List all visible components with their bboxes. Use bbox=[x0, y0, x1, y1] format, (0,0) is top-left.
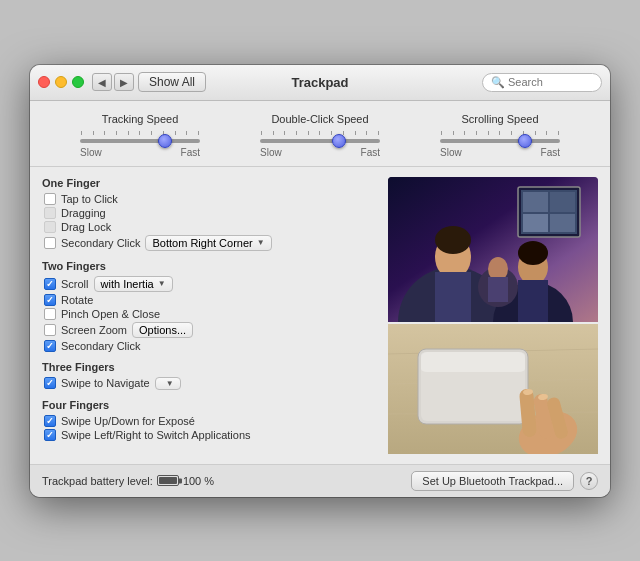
scrolling-speed-label: Scrolling Speed bbox=[461, 113, 538, 125]
minimize-button[interactable] bbox=[55, 76, 67, 88]
sliders-section: Tracking Speed Slow Fast Double-Click Sp… bbox=[30, 101, 610, 167]
forward-button[interactable]: ▶ bbox=[114, 73, 134, 91]
rotate-row: Rotate bbox=[42, 293, 378, 307]
three-finger-header: Three Fingers bbox=[42, 361, 378, 373]
swipe-navigate-row: Swipe to Navigate ▼ bbox=[42, 376, 378, 391]
double-click-track[interactable]: Slow Fast bbox=[260, 131, 380, 158]
secondary-click-row: Secondary Click Bottom Right Corner ▼ bbox=[42, 234, 378, 252]
scroll-dropdown-value: with Inertia bbox=[101, 278, 154, 290]
svg-rect-13 bbox=[518, 280, 548, 322]
double-click-thumb[interactable] bbox=[332, 134, 346, 148]
bluetooth-button[interactable]: Set Up Bluetooth Trackpad... bbox=[411, 471, 574, 491]
secondary-click-dropdown-value: Bottom Right Corner bbox=[152, 237, 252, 249]
svg-rect-3 bbox=[523, 192, 548, 212]
rotate-checkbox[interactable] bbox=[44, 294, 56, 306]
drag-lock-checkbox[interactable] bbox=[44, 221, 56, 233]
screen-zoom-dropdown[interactable]: Options... bbox=[132, 322, 193, 338]
scroll-dropdown[interactable]: with Inertia ▼ bbox=[94, 276, 173, 292]
pinch-row: Pinch Open & Close bbox=[42, 307, 378, 321]
scroll-checkbox[interactable] bbox=[44, 278, 56, 290]
tap-to-click-checkbox[interactable] bbox=[44, 193, 56, 205]
pinch-checkbox[interactable] bbox=[44, 308, 56, 320]
rotate-label: Rotate bbox=[61, 294, 93, 306]
titlebar: ◀ ▶ Show All Trackpad 🔍 bbox=[30, 65, 610, 101]
battery-icon bbox=[157, 475, 179, 486]
secondary-click-two-checkbox[interactable] bbox=[44, 340, 56, 352]
traffic-lights bbox=[38, 76, 84, 88]
swipe-apps-row: Swipe Left/Right to Switch Applications bbox=[42, 428, 378, 442]
window-title: Trackpad bbox=[291, 75, 348, 90]
options-panel: One Finger Tap to Click Dragging Drag Lo… bbox=[42, 177, 378, 454]
swipe-navigate-dropdown-arrow: ▼ bbox=[166, 379, 174, 388]
footer: Trackpad battery level: 100 % Set Up Blu… bbox=[30, 464, 610, 497]
scrolling-speed-thumb[interactable] bbox=[518, 134, 532, 148]
four-finger-header: Four Fingers bbox=[42, 399, 378, 411]
dblclick-slow-label: Slow bbox=[260, 147, 282, 158]
secondary-click-two-row: Secondary Click bbox=[42, 339, 378, 353]
svg-rect-17 bbox=[488, 277, 508, 302]
secondary-click-label: Secondary Click bbox=[61, 237, 140, 249]
tracking-speed-thumb[interactable] bbox=[158, 134, 172, 148]
tracking-slow-label: Slow bbox=[80, 147, 102, 158]
photo-people bbox=[388, 177, 598, 322]
help-button[interactable]: ? bbox=[580, 472, 598, 490]
scrolling-speed-track[interactable]: Slow Fast bbox=[440, 131, 560, 158]
tracking-speed-track[interactable]: Slow Fast bbox=[80, 131, 200, 158]
secondary-click-two-label: Secondary Click bbox=[61, 340, 140, 352]
double-click-slider-group: Double-Click Speed Slow Fast bbox=[250, 113, 390, 158]
swipe-navigate-dropdown[interactable]: ▼ bbox=[155, 377, 181, 390]
show-all-button[interactable]: Show All bbox=[138, 72, 206, 92]
two-finger-header: Two Fingers bbox=[42, 260, 378, 272]
svg-rect-24 bbox=[421, 352, 525, 372]
secondary-click-dropdown-arrow: ▼ bbox=[257, 238, 265, 247]
svg-rect-4 bbox=[550, 192, 575, 212]
svg-rect-6 bbox=[550, 214, 575, 232]
secondary-click-dropdown[interactable]: Bottom Right Corner ▼ bbox=[145, 235, 271, 251]
drag-lock-label: Drag Lock bbox=[61, 221, 111, 233]
dragging-row: Dragging bbox=[42, 206, 378, 220]
swipe-apps-label: Swipe Left/Right to Switch Applications bbox=[61, 429, 251, 441]
main-content: One Finger Tap to Click Dragging Drag Lo… bbox=[30, 167, 610, 464]
tap-to-click-row: Tap to Click bbox=[42, 192, 378, 206]
battery-percent: 100 % bbox=[183, 475, 214, 487]
battery-fill bbox=[159, 477, 177, 484]
drag-lock-row: Drag Lock bbox=[42, 220, 378, 234]
tracking-fast-label: Fast bbox=[181, 147, 200, 158]
photo-trackpad bbox=[388, 324, 598, 454]
swipe-navigate-label: Swipe to Navigate bbox=[61, 377, 150, 389]
search-input[interactable] bbox=[508, 76, 593, 88]
double-click-label: Double-Click Speed bbox=[271, 113, 368, 125]
svg-point-10 bbox=[435, 226, 471, 254]
tap-to-click-label: Tap to Click bbox=[61, 193, 118, 205]
svg-point-14 bbox=[518, 241, 548, 265]
svg-rect-9 bbox=[435, 272, 471, 322]
swipe-expose-label: Swipe Up/Down for Exposé bbox=[61, 415, 195, 427]
battery-label: Trackpad battery level: bbox=[42, 475, 153, 487]
swipe-apps-checkbox[interactable] bbox=[44, 429, 56, 441]
battery-info: Trackpad battery level: 100 % bbox=[42, 475, 214, 487]
scroll-slow-label: Slow bbox=[440, 147, 462, 158]
back-button[interactable]: ◀ bbox=[92, 73, 112, 91]
scroll-dropdown-arrow: ▼ bbox=[158, 279, 166, 288]
dragging-checkbox[interactable] bbox=[44, 207, 56, 219]
dragging-label: Dragging bbox=[61, 207, 106, 219]
one-finger-header: One Finger bbox=[42, 177, 378, 189]
search-icon: 🔍 bbox=[491, 76, 505, 89]
battery-body bbox=[157, 475, 179, 486]
search-box[interactable]: 🔍 bbox=[482, 73, 602, 92]
pinch-label: Pinch Open & Close bbox=[61, 308, 160, 320]
swipe-navigate-checkbox[interactable] bbox=[44, 377, 56, 389]
screen-zoom-checkbox[interactable] bbox=[44, 324, 56, 336]
close-button[interactable] bbox=[38, 76, 50, 88]
scroll-label: Scroll bbox=[61, 278, 89, 290]
scrolling-speed-slider-group: Scrolling Speed Slow Fast bbox=[430, 113, 570, 158]
footer-right: Set Up Bluetooth Trackpad... ? bbox=[411, 471, 598, 491]
secondary-click-checkbox[interactable] bbox=[44, 237, 56, 249]
screen-zoom-label: Screen Zoom bbox=[61, 324, 127, 336]
scroll-fast-label: Fast bbox=[541, 147, 560, 158]
screen-zoom-row: Screen Zoom Options... bbox=[42, 321, 378, 339]
swipe-expose-checkbox[interactable] bbox=[44, 415, 56, 427]
svg-rect-5 bbox=[523, 214, 548, 232]
nav-buttons: ◀ ▶ bbox=[92, 73, 134, 91]
maximize-button[interactable] bbox=[72, 76, 84, 88]
